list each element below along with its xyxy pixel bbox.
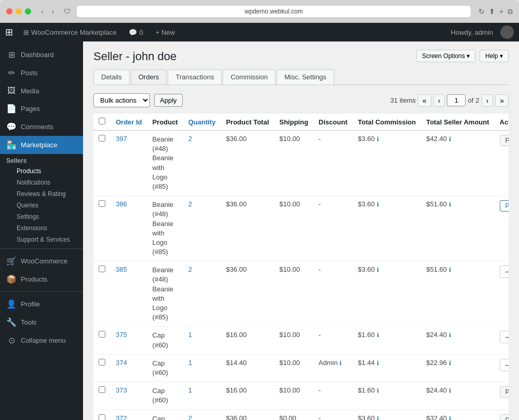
apply-button[interactable]: Apply — [154, 94, 183, 107]
action-select[interactable]: --Select-- — [500, 265, 509, 278]
bulk-actions-select[interactable]: Bulk actions — [93, 93, 150, 107]
forward-button[interactable]: › — [49, 6, 57, 17]
sidebar-item-collapse[interactable]: ⊙ Collapse menu — [0, 331, 83, 349]
new-content-link[interactable]: + New — [152, 23, 179, 41]
quantity-link[interactable]: 2 — [188, 135, 192, 143]
share-icon[interactable]: ⬆ — [489, 7, 495, 16]
tabs-icon[interactable]: ⧉ — [508, 7, 513, 16]
commission-info-icon[interactable]: ℹ — [377, 201, 379, 207]
sidebar-sub-notifications[interactable]: Notifications — [0, 177, 83, 188]
seller-info-icon[interactable]: ℹ — [449, 387, 451, 394]
header-order-id[interactable]: Order Id — [111, 114, 147, 131]
seller-info-icon[interactable]: ℹ — [449, 201, 451, 207]
refresh-icon[interactable]: ↻ — [479, 7, 485, 16]
action-select[interactable]: --Select-- — [500, 331, 509, 343]
address-bar[interactable]: wpdemo.webkul.com — [76, 5, 471, 18]
header-discount: Discount — [313, 114, 353, 131]
pay-button[interactable]: Pay — [500, 200, 509, 212]
quantity-link[interactable]: 2 — [188, 200, 192, 208]
new-tab-icon[interactable]: + — [499, 7, 503, 16]
sidebar-sub-settings[interactable]: Settings — [0, 211, 83, 222]
tab-orders[interactable]: Orders — [131, 69, 167, 85]
comments-link[interactable]: 💬 0 — [125, 23, 147, 41]
order-id-link[interactable]: 372 — [116, 414, 127, 421]
close-dot[interactable] — [6, 8, 12, 15]
sidebar-item-tools[interactable]: 🔧 Tools — [0, 313, 83, 331]
commission-info-icon[interactable]: ℹ — [377, 136, 379, 142]
paid-button[interactable]: Paid — [500, 414, 509, 421]
header-product-total: Product Total — [221, 114, 274, 131]
sidebar-item-marketplace[interactable]: 🏪 Marketplace — [0, 136, 83, 154]
quantity-link[interactable]: 1 — [188, 331, 192, 339]
seller-info-icon[interactable]: ℹ — [449, 332, 451, 338]
row-checkbox[interactable] — [99, 359, 105, 366]
sidebar-item-pages[interactable]: 📄 Pages — [0, 100, 83, 118]
commission-info-icon[interactable]: ℹ — [377, 360, 379, 366]
paid-button[interactable]: Paid — [500, 386, 509, 398]
page-title-text: Seller - john doe — [93, 50, 176, 63]
order-id-link[interactable]: 375 — [116, 331, 127, 339]
order-id-link[interactable]: 374 — [116, 359, 127, 367]
tab-details[interactable]: Details — [93, 69, 130, 85]
site-name-link[interactable]: ⊞ WooCommerce Marketplace — [19, 23, 120, 41]
minimize-dot[interactable] — [16, 8, 22, 15]
commission-info-icon[interactable]: ℹ — [377, 387, 379, 394]
sidebar-sub-reviews[interactable]: Reviews & Rating — [0, 188, 83, 200]
seller-info-icon[interactable]: ℹ — [449, 415, 451, 421]
quantity-link[interactable]: 2 — [188, 414, 192, 421]
action-select[interactable]: --Select-- — [500, 359, 509, 371]
back-button[interactable]: ‹ — [38, 6, 46, 17]
sidebar-item-dashboard[interactable]: ⊞ Dashboard — [0, 46, 83, 64]
sidebar-sub-extensions[interactable]: Extensions — [0, 222, 83, 234]
last-page-button[interactable]: » — [495, 94, 509, 107]
cell-quantity: 2 — [183, 410, 221, 420]
tab-commission[interactable]: Commission — [223, 69, 276, 85]
row-checkbox[interactable] — [99, 331, 105, 338]
sidebar-item-media[interactable]: 🖼 Media — [0, 82, 83, 100]
sidebar-item-profile[interactable]: 👤 Profile — [0, 295, 83, 313]
row-checkbox[interactable] — [99, 386, 105, 393]
tab-transactions[interactable]: Transactions — [168, 69, 222, 85]
row-checkbox[interactable] — [99, 414, 105, 421]
page-number-input[interactable] — [447, 94, 466, 106]
row-checkbox-cell — [93, 131, 111, 196]
tab-misc-settings[interactable]: Misc. Settings — [277, 69, 334, 85]
next-page-button[interactable]: › — [482, 94, 494, 107]
seller-info-icon[interactable]: ℹ — [449, 360, 451, 366]
order-id-link[interactable]: 385 — [116, 265, 127, 273]
sidebar-item-products[interactable]: 📦 Products — [0, 270, 83, 288]
sidebar-sub-support[interactable]: Support & Services — [0, 234, 83, 245]
order-id-link[interactable]: 397 — [116, 135, 127, 143]
commission-info-icon[interactable]: ℹ — [377, 267, 379, 273]
wp-logo-icon[interactable]: ⊞ — [5, 26, 13, 38]
prev-page-button[interactable]: ‹ — [433, 94, 445, 107]
seller-info-icon[interactable]: ℹ — [449, 267, 451, 273]
help-button[interactable]: Help ▾ — [480, 50, 509, 62]
sidebar-item-comments[interactable]: 💬 Comments — [0, 118, 83, 136]
sidebar-item-posts[interactable]: ✏ Posts — [0, 64, 83, 82]
maximize-dot[interactable] — [25, 8, 31, 15]
row-checkbox[interactable] — [99, 135, 105, 142]
quantity-link[interactable]: 2 — [188, 265, 192, 273]
row-checkbox-cell — [93, 354, 111, 382]
quantity-link[interactable]: 1 — [188, 386, 192, 394]
paid-button[interactable]: Paid — [500, 135, 509, 146]
row-checkbox[interactable] — [99, 265, 105, 272]
row-checkbox[interactable] — [99, 200, 105, 207]
sidebar-sub-products[interactable]: Products — [0, 165, 83, 177]
first-page-button[interactable]: « — [418, 94, 431, 107]
commission-info-icon[interactable]: ℹ — [377, 332, 379, 338]
header-quantity[interactable]: Quantity — [183, 114, 221, 131]
order-id-link[interactable]: 386 — [116, 200, 127, 208]
seller-info-icon[interactable]: ℹ — [449, 136, 451, 142]
select-all-checkbox[interactable] — [99, 118, 105, 124]
quantity-link[interactable]: 1 — [188, 359, 192, 367]
discount-info-icon[interactable]: ℹ — [339, 360, 342, 366]
order-id-link[interactable]: 373 — [116, 386, 127, 394]
sidebar-sub-queries[interactable]: Queries — [0, 200, 83, 211]
cell-order-id: 373 — [111, 382, 147, 410]
sidebar-item-woocommerce[interactable]: 🛒 WooCommerce — [0, 252, 83, 270]
commission-info-icon[interactable]: ℹ — [377, 415, 379, 421]
cell-discount: - — [313, 261, 353, 327]
screen-options-button[interactable]: Screen Options ▾ — [416, 50, 475, 62]
